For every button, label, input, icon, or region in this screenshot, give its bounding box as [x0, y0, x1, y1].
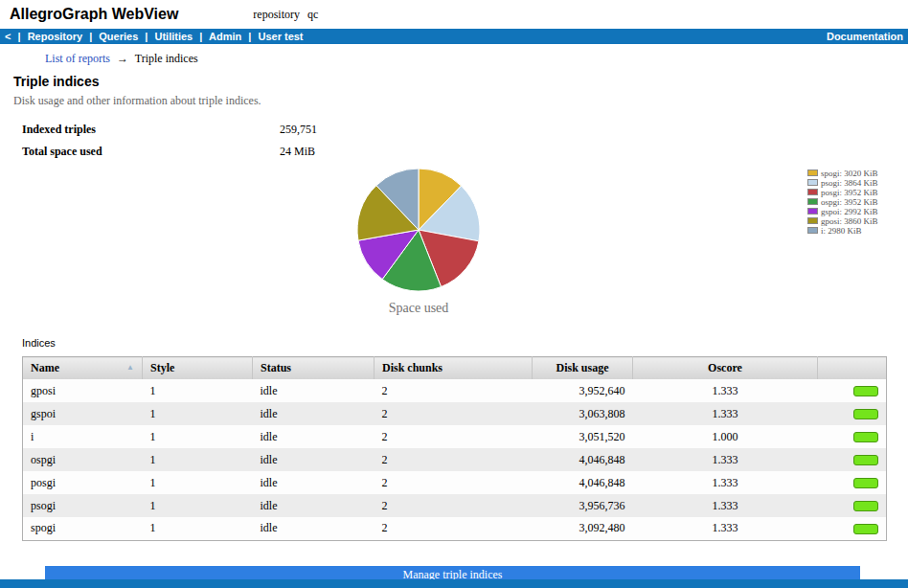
breadcrumb-link-list-of-reports[interactable]: List of reports [45, 52, 110, 65]
page-subtitle: Disk usage and other information about t… [13, 94, 908, 107]
legend-swatch-ospgi [807, 198, 818, 205]
nav-item-queries[interactable]: Queries [99, 31, 138, 42]
legend-label: i: 2980 KiB [821, 226, 862, 236]
main-navbar: < | Repository | Queries | Utilities | A… [0, 29, 908, 44]
nav-item-documentation[interactable]: Documentation [827, 31, 903, 42]
legend-item: i: 2980 KiB [807, 226, 878, 235]
nav-left: < | Repository | Queries | Utilities | A… [5, 31, 307, 42]
cell-status: idle [253, 402, 375, 425]
cell-disk-usage: 3,956,736 [533, 494, 633, 517]
nav-item-admin[interactable]: Admin [209, 31, 241, 42]
table-row-gposi: gposi 1 idle 2 3,952,640 1.333 [23, 379, 887, 402]
legend-label: gposi: 3860 KiB [821, 216, 878, 226]
cell-health [818, 379, 887, 402]
nav-separator: | [89, 31, 92, 42]
legend-label: psogi: 3864 KiB [821, 178, 878, 188]
legend-label: ospgi: 3952 KiB [821, 197, 878, 207]
legend-item: psogi: 3864 KiB [807, 178, 878, 187]
cell-disk-usage: 4,046,848 [533, 448, 633, 471]
cell-name: posgi [23, 471, 143, 494]
cell-disk-usage: 3,051,520 [533, 425, 633, 448]
health-bar [853, 524, 878, 534]
cell-style: 1 [143, 494, 253, 517]
col-header-style[interactable]: Style [143, 357, 253, 380]
cell-disk-chunks: 2 [375, 402, 533, 425]
cell-style: 1 [143, 379, 253, 402]
table-row-i: i 1 idle 2 3,051,520 1.000 [23, 425, 887, 448]
repository-info: repository qc [253, 8, 318, 22]
nav-collapse-arrow[interactable]: < [5, 31, 11, 42]
pie-chart [355, 167, 482, 293]
stat-label: Total space used [22, 145, 280, 159]
table-row-spogi: spogi 1 idle 2 3,092,480 1.333 [23, 517, 887, 540]
cell-oscore: 1.333 [633, 471, 818, 494]
cell-status: idle [253, 425, 375, 448]
cell-oscore: 1.333 [633, 494, 818, 517]
cell-status: idle [253, 448, 375, 471]
page-root: AllegroGraph WebView repository qc < | R… [0, 0, 908, 588]
health-bar [853, 409, 878, 419]
app-header: AllegroGraph WebView repository qc [0, 0, 908, 29]
nav-right: Documentation [827, 31, 903, 42]
cell-style: 1 [143, 517, 253, 540]
cell-disk-chunks: 2 [375, 448, 533, 471]
health-bar [853, 478, 878, 488]
legend-item: posgi: 3952 KiB [807, 188, 878, 196]
cell-disk-usage: 3,063,808 [533, 402, 633, 425]
stat-row-indexed-triples: Indexed triples 259,751 [22, 123, 908, 137]
cell-status: idle [253, 379, 375, 402]
indices-table-header: Name ▲ Style Status Disk chunks Disk usa… [23, 357, 887, 380]
legend-label: gspoi: 2992 KiB [821, 207, 878, 216]
cell-status: idle [253, 471, 375, 494]
cell-disk-chunks: 2 [375, 379, 533, 402]
col-header-status[interactable]: Status [253, 357, 375, 380]
col-header-oscore[interactable]: Oscore [633, 357, 818, 380]
col-header-disk-usage[interactable]: Disk usage [533, 357, 633, 380]
cell-name: psogi [23, 494, 143, 517]
nav-item-user-test[interactable]: User test [258, 31, 303, 42]
cell-style: 1 [143, 448, 253, 471]
legend-item: spogi: 3020 KiB [807, 169, 878, 177]
nav-item-utilities[interactable]: Utilities [154, 31, 193, 42]
sort-asc-icon: ▲ [126, 363, 134, 372]
cell-oscore: 1.333 [633, 379, 818, 402]
cell-oscore: 1.333 [633, 402, 818, 425]
cell-oscore: 1.333 [633, 517, 818, 540]
cell-name: gspoi [23, 402, 143, 425]
cell-disk-usage: 4,046,848 [533, 471, 633, 494]
space-used-chart: spogi: 3020 KiB psogi: 3864 KiB posgi: 3… [0, 167, 908, 329]
health-bar [853, 501, 878, 511]
legend-swatch-spogi [807, 170, 818, 176]
chart-legend: spogi: 3020 KiB psogi: 3864 KiB posgi: 3… [807, 169, 878, 236]
pie-chart-svg [355, 167, 482, 293]
nav-separator: | [199, 31, 202, 42]
legend-swatch-i [807, 227, 818, 234]
legend-swatch-posgi [807, 189, 818, 195]
nav-separator: | [248, 31, 251, 42]
legend-label: spogi: 3020 KiB [821, 169, 878, 178]
legend-label: posgi: 3952 KiB [821, 188, 878, 197]
cell-name: gposi [23, 379, 143, 402]
nav-separator: | [145, 31, 148, 42]
cell-style: 1 [143, 471, 253, 494]
cell-oscore: 1.000 [633, 425, 818, 448]
stat-row-total-space-used: Total space used 24 MiB [22, 145, 908, 159]
cell-disk-usage: 3,092,480 [533, 517, 633, 540]
repository-name[interactable]: qc [307, 8, 318, 21]
indices-section-label: Indices [22, 337, 908, 350]
col-header-name-label: Name [31, 361, 59, 374]
chart-caption: Space used [323, 301, 514, 316]
cell-health [818, 448, 887, 471]
cell-status: idle [253, 517, 375, 540]
legend-swatch-psogi [807, 179, 818, 186]
breadcrumb: List of reports → Triple indices [45, 52, 908, 66]
stat-label: Indexed triples [22, 123, 280, 137]
nav-item-repository[interactable]: Repository [28, 31, 82, 42]
breadcrumb-arrow: → [117, 52, 128, 65]
col-header-name[interactable]: Name ▲ [23, 357, 143, 380]
table-row-posgi: posgi 1 idle 2 4,046,848 1.333 [23, 471, 887, 494]
col-header-disk-chunks[interactable]: Disk chunks [375, 357, 533, 380]
cell-disk-usage: 3,952,640 [533, 379, 633, 402]
cell-style: 1 [143, 425, 253, 448]
cell-oscore: 1.333 [633, 448, 818, 471]
